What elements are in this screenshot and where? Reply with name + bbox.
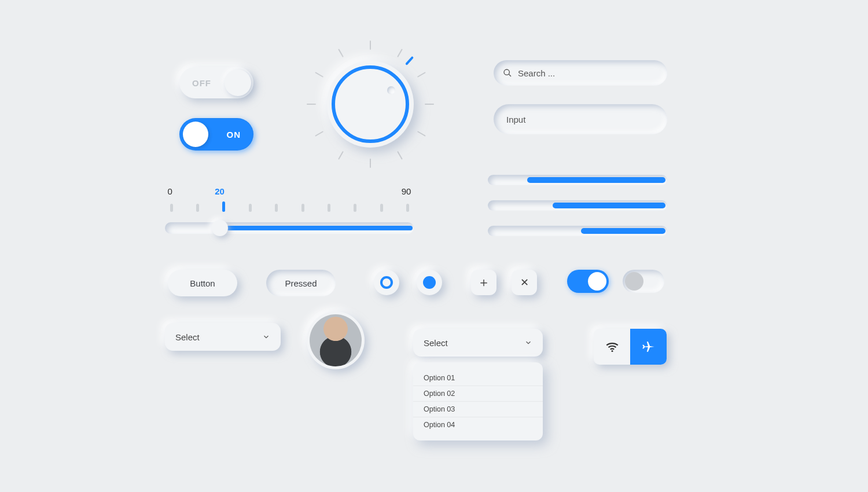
ruler-tick — [380, 204, 383, 212]
dial-tick — [417, 72, 426, 78]
ruler-tick — [406, 204, 409, 212]
dial-tick — [338, 151, 344, 160]
button-label: Pressed — [285, 278, 317, 288]
ruler-ticks — [165, 201, 414, 214]
dropdown-option[interactable]: Option 04 — [413, 417, 543, 432]
avatar-image — [310, 314, 362, 366]
dial-tick — [417, 131, 426, 137]
progress-fill — [553, 203, 665, 208]
toggle-off[interactable]: OFF — [179, 67, 253, 98]
toggle-on-label: ON — [227, 130, 241, 139]
button-normal[interactable]: Button — [168, 270, 237, 296]
progress-bar-1 — [488, 175, 667, 185]
svg-line-1 — [509, 74, 511, 76]
search-placeholder: Search ... — [518, 68, 555, 78]
dial-tick — [307, 104, 316, 105]
airplane-icon — [641, 339, 656, 354]
ruler-tick — [301, 204, 304, 212]
chevron-down-icon — [262, 333, 270, 341]
ruler-labels: 0 20 90 — [165, 186, 414, 199]
progress-bar-2 — [488, 200, 667, 211]
slider-knob[interactable] — [212, 220, 228, 236]
radio-dot-icon — [423, 276, 436, 289]
search-input[interactable]: Search ... — [494, 60, 667, 86]
radio-selected[interactable] — [417, 270, 442, 295]
text-input[interactable]: Input — [494, 104, 667, 134]
toggle-on-knob — [183, 122, 208, 147]
dropdown-option[interactable]: Option 01 — [413, 370, 543, 386]
plus-icon: ＋ — [477, 274, 490, 291]
wifi-icon — [605, 339, 620, 354]
slider-control[interactable]: 0 20 90 — [165, 186, 414, 234]
ruler-tick — [196, 204, 199, 212]
dial-tick — [397, 49, 403, 57]
add-button[interactable]: ＋ — [471, 270, 496, 295]
rotary-dial[interactable] — [307, 41, 434, 168]
radio-ring-icon — [380, 276, 393, 289]
dial-tick — [370, 41, 371, 50]
svg-point-2 — [611, 350, 613, 352]
dial-indicator — [405, 56, 414, 65]
toggle-on[interactable]: ON — [179, 118, 253, 150]
dial-ring — [332, 65, 409, 143]
slider-fill — [220, 226, 413, 230]
ruler-max: 90 — [402, 186, 411, 196]
dial-body — [327, 61, 414, 148]
dial-tick — [370, 159, 371, 168]
dial-tick — [338, 49, 344, 57]
button-label: Button — [190, 278, 215, 288]
chevron-down-icon — [524, 339, 532, 347]
input-placeholder: Input — [506, 115, 525, 124]
progress-bar-3 — [488, 226, 667, 236]
ruler-tick — [170, 204, 173, 212]
dropdown-option[interactable]: Option 02 — [413, 386, 543, 402]
slider-track[interactable] — [165, 222, 414, 234]
toggle-knob — [588, 272, 606, 291]
segmented-control — [594, 329, 667, 365]
radio-unselected[interactable] — [374, 270, 399, 295]
close-button[interactable]: ✕ — [512, 270, 537, 295]
dial-tick — [397, 151, 403, 160]
wifi-segment[interactable] — [594, 329, 630, 365]
dial-tick — [315, 131, 323, 137]
ruler-min: 0 — [167, 186, 172, 196]
progress-fill — [581, 228, 665, 234]
select-dropdown-1[interactable]: Select — [165, 323, 281, 351]
avatar[interactable] — [307, 311, 365, 369]
progress-fill — [527, 177, 665, 183]
select-dropdown-2[interactable]: Select — [413, 329, 543, 357]
airplane-segment[interactable] — [630, 329, 667, 365]
dropdown-option[interactable]: Option 03 — [413, 402, 543, 417]
toggle-off-knob — [225, 69, 251, 96]
dropdown-menu: Option 01 Option 02 Option 03 Option 04 — [413, 362, 543, 440]
select-label: Select — [424, 338, 448, 348]
select-label: Select — [175, 332, 200, 342]
dial-position-dot — [387, 86, 395, 94]
close-icon: ✕ — [520, 276, 529, 289]
mini-toggle-off[interactable] — [623, 270, 664, 293]
search-icon — [503, 68, 512, 78]
ruler-tick — [328, 204, 330, 212]
button-pressed[interactable]: Pressed — [266, 270, 336, 296]
dial-tick — [315, 72, 323, 78]
dial-tick — [425, 104, 434, 105]
ruler-tick — [249, 204, 252, 212]
svg-point-0 — [504, 69, 509, 75]
toggle-off-label: OFF — [192, 78, 211, 88]
mini-toggle-on[interactable] — [567, 270, 609, 293]
ruler-value: 20 — [215, 186, 225, 196]
ruler-tick — [222, 201, 225, 212]
toggle-knob — [625, 272, 643, 291]
ruler-tick — [275, 204, 278, 212]
ruler-tick — [354, 204, 356, 212]
